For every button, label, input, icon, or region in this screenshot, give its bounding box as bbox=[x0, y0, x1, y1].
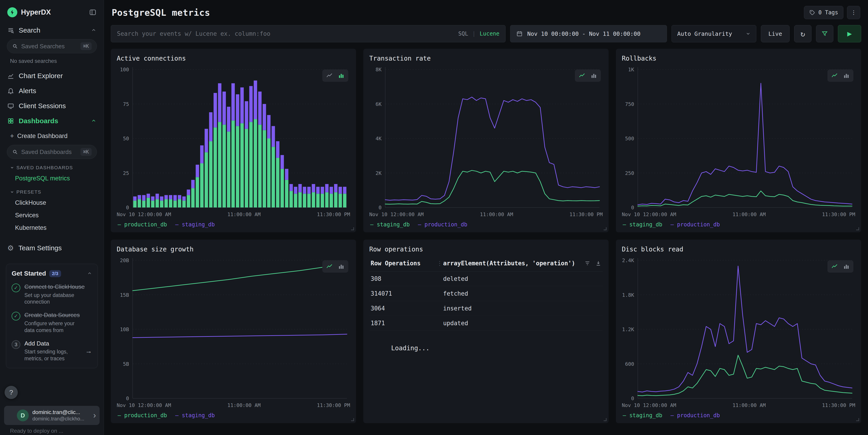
sidebar-item-team-settings[interactable]: ⚙ Team Settings bbox=[0, 240, 104, 256]
chart-canvas-transaction-rate[interactable]: 02K4K6K8K bbox=[369, 64, 603, 210]
run-query-button[interactable]: ▶ bbox=[838, 25, 861, 42]
svg-text:50: 50 bbox=[123, 136, 129, 141]
x-axis-label: 11:00:00 AM bbox=[227, 402, 261, 408]
chart-canvas-disc-blocks-read[interactable]: 06001.2K1.8K2.4K bbox=[622, 255, 855, 401]
user-email: dominic.tran@clickho... bbox=[32, 416, 84, 422]
search-section-icon bbox=[7, 27, 14, 34]
dashboard-grid: Active connections 0255075100 Nov 10 12:… bbox=[111, 49, 861, 423]
table-row[interactable]: 3064 inserted bbox=[369, 301, 603, 316]
cell-operation: inserted bbox=[443, 305, 472, 312]
legend-item-staging_db[interactable]: — staging_db bbox=[175, 221, 215, 228]
resize-handle[interactable] bbox=[856, 227, 859, 230]
column-header-operation[interactable]: arrayElement(Attributes, 'operation') bbox=[443, 260, 575, 267]
chevron-up-icon[interactable] bbox=[87, 271, 92, 276]
sidebar-item-dashboards[interactable]: Dashboards bbox=[0, 113, 104, 129]
svg-text:0: 0 bbox=[126, 396, 129, 401]
step-number-badge: 3 bbox=[11, 340, 20, 349]
help-button[interactable]: ? bbox=[5, 386, 18, 399]
live-button-label: Live bbox=[768, 31, 782, 37]
legend-item-staging_db[interactable]: — staging_db bbox=[623, 412, 662, 419]
legend-item-production_db[interactable]: — production_db bbox=[671, 412, 720, 419]
saved-dashboards-group-toggle[interactable]: SAVED DASHBOARDS bbox=[0, 160, 104, 172]
resize-handle[interactable] bbox=[856, 418, 859, 421]
line-chart-icon[interactable] bbox=[831, 72, 838, 79]
resize-handle[interactable] bbox=[603, 227, 607, 230]
get-started-header[interactable]: Get Started 2/3 bbox=[11, 270, 92, 277]
lucene-mode-toggle[interactable]: Lucene bbox=[479, 31, 499, 37]
saved-searches-input[interactable]: Saved Searches ⌘K bbox=[7, 39, 97, 53]
legend-item-production_db[interactable]: — production_db bbox=[418, 221, 467, 228]
live-button[interactable]: Live bbox=[761, 25, 789, 42]
line-chart-icon[interactable] bbox=[831, 263, 838, 270]
sidebar-item-services[interactable]: Services bbox=[0, 209, 104, 222]
legend-item-staging_db[interactable]: — staging_db bbox=[370, 221, 410, 228]
chevron-up-icon[interactable] bbox=[91, 28, 96, 33]
sidebar-item-clickhouse[interactable]: ClickHouse bbox=[0, 197, 104, 209]
table-row[interactable]: 314071 fetched bbox=[369, 286, 603, 301]
line-chart-icon[interactable] bbox=[579, 72, 585, 79]
sql-mode-toggle[interactable]: SQL bbox=[458, 31, 468, 37]
get-started-step-sources[interactable]: ✓ Create Data Sources Configure where yo… bbox=[11, 311, 92, 334]
legend-item-production_db[interactable]: — production_db bbox=[671, 221, 720, 228]
loading-indicator: Loading... bbox=[391, 344, 603, 352]
bar-chart-icon[interactable] bbox=[338, 263, 345, 270]
presets-group-toggle[interactable]: PRESETS bbox=[0, 185, 104, 197]
x-axis-label: 11:30:00 PM bbox=[317, 402, 350, 408]
sidebar-item-alerts[interactable]: Alerts bbox=[0, 83, 104, 98]
brand-link[interactable]: HyperDX bbox=[7, 7, 51, 17]
legend-item-production_db[interactable]: — production_db bbox=[118, 221, 167, 228]
legend-item-staging_db[interactable]: — staging_db bbox=[623, 221, 662, 228]
bar-chart-icon[interactable] bbox=[843, 263, 850, 270]
column-header-row-operations[interactable]: Row Operations bbox=[371, 260, 437, 267]
resize-handle[interactable] bbox=[351, 418, 354, 421]
table-row[interactable]: 308 deleted bbox=[369, 271, 603, 286]
mode-divider: | bbox=[472, 31, 475, 37]
x-axis-label: 11:00:00 AM bbox=[733, 402, 766, 408]
chart-canvas-rollbacks[interactable]: 02505007501K bbox=[622, 64, 855, 210]
chart-canvas-database-size-growth[interactable]: 05B10B15B20B bbox=[117, 255, 350, 401]
download-icon[interactable] bbox=[595, 260, 601, 266]
table-row[interactable]: 1871 updated bbox=[369, 316, 603, 331]
legend-item-staging_db[interactable]: — staging_db bbox=[175, 412, 215, 419]
resize-handle[interactable] bbox=[603, 418, 607, 421]
sidebar-item-client-sessions[interactable]: Client Sessions bbox=[0, 98, 104, 113]
get-started-step-add-data[interactable]: 3 Add Data Start sending logs, metrics, … bbox=[11, 340, 92, 362]
date-range-picker[interactable]: Nov 10 00:00:00 - Nov 11 00:00:00 bbox=[510, 25, 667, 42]
date-range-value: Nov 10 00:00:00 - Nov 11 00:00:00 bbox=[527, 31, 641, 37]
tags-button[interactable]: 0 Tags bbox=[804, 6, 843, 19]
legend-item-production_db[interactable]: — production_db bbox=[118, 412, 167, 419]
monitor-icon bbox=[7, 102, 14, 109]
resize-handle[interactable] bbox=[351, 227, 354, 230]
filter-rows-icon[interactable] bbox=[584, 260, 590, 266]
sidebar-section-search[interactable]: Search bbox=[0, 23, 104, 38]
svg-text:1.8K: 1.8K bbox=[622, 292, 634, 298]
sidebar-item-chart-explorer[interactable]: Chart Explorer bbox=[0, 68, 104, 83]
x-axis-label: Nov 10 12:00:00 AM bbox=[117, 211, 171, 217]
saved-dashboards-input[interactable]: Saved Dashboards ⌘K bbox=[7, 145, 97, 159]
user-menu[interactable]: D dominic.tran@clic... dominic.tran@clic… bbox=[4, 406, 100, 425]
create-dashboard-button[interactable]: + Create Dashboard bbox=[0, 129, 104, 143]
sidebar-item-postgresql-metrics[interactable]: PostgreSQL metrics bbox=[0, 172, 104, 185]
sidebar-item-kubernetes[interactable]: Kubernetes bbox=[0, 222, 104, 234]
granularity-select[interactable]: Auto Granularity bbox=[672, 25, 756, 42]
svg-text:1.2K: 1.2K bbox=[622, 327, 634, 332]
line-chart-icon[interactable] bbox=[326, 72, 333, 79]
chart-canvas-active-connections[interactable]: 0255075100 bbox=[117, 64, 350, 210]
chevron-up-icon[interactable] bbox=[91, 118, 96, 124]
line-chart-icon[interactable] bbox=[326, 263, 333, 270]
bar-chart-icon[interactable] bbox=[590, 72, 597, 79]
collapse-sidebar-icon[interactable] bbox=[89, 9, 96, 16]
search-input[interactable]: Search your events w/ Lucene ex. column:… bbox=[111, 25, 505, 42]
panel-transaction-rate: Transaction rate 02K4K6K8K Nov 10 12:00:… bbox=[363, 49, 609, 232]
dashboards-icon bbox=[7, 118, 14, 124]
svg-text:6K: 6K bbox=[376, 101, 382, 107]
svg-text:8K: 8K bbox=[376, 67, 382, 72]
bar-chart-icon[interactable] bbox=[338, 72, 345, 79]
panel-title: Row operations bbox=[369, 245, 603, 255]
more-options-button[interactable]: ⋮ bbox=[847, 6, 860, 19]
bar-chart-icon[interactable] bbox=[843, 72, 850, 79]
filter-button[interactable] bbox=[816, 25, 833, 42]
refresh-button[interactable]: ↻ bbox=[794, 25, 811, 42]
get-started-step-connect[interactable]: ✓ Connect to ClickHouse Set up your data… bbox=[11, 283, 92, 305]
x-axis-label: 11:00:00 AM bbox=[227, 211, 261, 217]
